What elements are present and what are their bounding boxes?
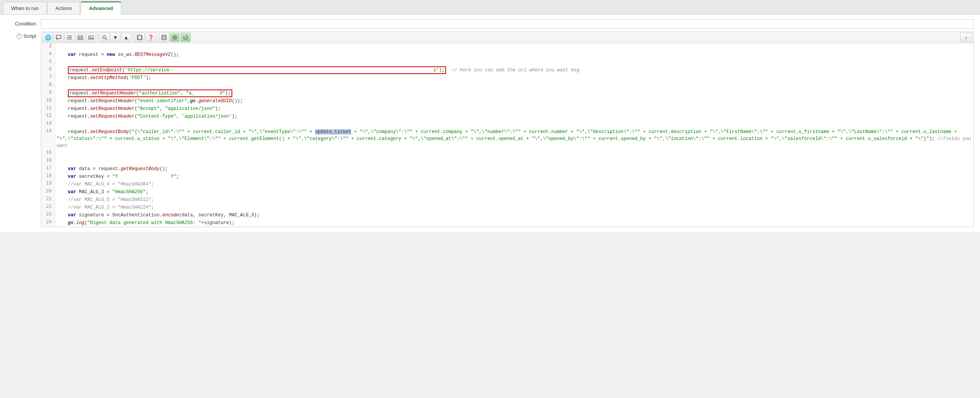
condition-row: Condition	[6, 19, 974, 29]
code-line-15: 15	[41, 150, 973, 157]
svg-point-14	[90, 36, 90, 37]
help-icon[interactable]: ?	[17, 34, 22, 39]
code-line-22: 22 //var MAC_ALG_2 = "HmacSHA224";	[41, 204, 973, 211]
toolbar-save-btn[interactable]	[159, 33, 169, 42]
code-line-3: 3	[41, 43, 973, 51]
code-line-13: 13	[41, 120, 973, 128]
code-line-9: 9 request.setRequestHeader("authorizatio…	[41, 89, 973, 97]
toolbar-list-btn[interactable]	[64, 33, 74, 42]
script-label: ? Script	[6, 32, 41, 39]
code-line-19: 19 //var MAC_ALG_4 = "HmacSHA384";	[41, 180, 973, 188]
svg-rect-5	[67, 35, 68, 36]
svg-marker-26	[184, 36, 185, 38]
script-row: ? Script 🌐	[6, 32, 974, 227]
toolbar-frame-btn[interactable]	[135, 33, 145, 42]
tab-when-to-run[interactable]: When to run	[3, 2, 47, 14]
svg-rect-0	[56, 35, 61, 39]
toolbar-image-btn[interactable]	[86, 33, 96, 42]
code-line-4: 4 var request = new sn_ws.RESTMessageV2(…	[41, 51, 973, 59]
code-line-12: 12 request.setRequestHeader("Content-Typ…	[41, 113, 973, 120]
condition-label: Condition	[6, 19, 41, 27]
code-line-11: 11 request.setRequestHeader("Accept", "a…	[41, 105, 973, 113]
toolbar-search-btn[interactable]	[100, 33, 110, 42]
svg-line-16	[105, 38, 107, 40]
code-line-6: 6 request.setEndpoint('https://service- …	[41, 66, 973, 74]
editor-toolbar: 🌐	[41, 32, 973, 43]
code-line-7: 7 request.setHttpMethod('POST');	[41, 74, 973, 82]
toolbar-expand-btn[interactable]: ›	[960, 33, 972, 42]
toolbar-upload-btn[interactable]: ▲	[121, 33, 131, 42]
code-line-16: 16	[41, 157, 973, 165]
code-line-18: 18 var secretKey = "Y Y";	[41, 173, 973, 180]
toolbar-green-settings-btn[interactable]	[170, 33, 180, 42]
toolbar-comment-btn[interactable]	[54, 33, 64, 42]
code-line-10: 10 request.setRequestHeader("event-ident…	[41, 97, 973, 105]
svg-rect-22	[162, 38, 166, 40]
code-lines: 3 4 var request = new sn_ws.RESTMessageV…	[41, 43, 973, 227]
toolbar-right: ›	[960, 33, 972, 42]
toolbar-sep-1	[98, 34, 98, 41]
toolbar-dropdown-btn[interactable]: ▼	[110, 33, 120, 42]
svg-point-15	[103, 35, 106, 39]
editor-wrapper: 🌐	[41, 32, 974, 227]
editor-outer: 🌐	[41, 32, 974, 227]
svg-rect-7	[67, 39, 68, 39]
code-line-14: 14 request.setRequestBody("{\"caller_id\…	[41, 128, 973, 150]
svg-point-25	[174, 37, 176, 38]
code-line-5: 5	[41, 59, 973, 66]
toolbar-refresh-btn[interactable]	[181, 33, 191, 42]
code-line-8: 8	[41, 82, 973, 89]
tab-advanced[interactable]: Advanced	[81, 2, 121, 15]
condition-input[interactable]	[41, 19, 974, 29]
svg-rect-8	[78, 35, 83, 40]
svg-rect-21	[162, 35, 166, 37]
svg-rect-6	[67, 37, 68, 38]
code-line-17: 17 var data = request.getRequestBody();	[41, 165, 973, 173]
code-line-24: 24 gs.log("Digest data generated with Hm…	[41, 219, 973, 227]
tab-content: Condition ? Script 🌐	[0, 15, 980, 232]
toolbar-globe-btn[interactable]: 🌐	[43, 33, 53, 42]
code-line-20: 20 var MAC_ALG_3 = "HmacSHA256";	[41, 188, 973, 196]
toolbar-sep-2	[133, 34, 133, 41]
toolbar-table-btn[interactable]	[75, 33, 85, 42]
tab-bar: When to run Actions Advanced	[0, 0, 980, 15]
tab-actions[interactable]: Actions	[47, 2, 80, 14]
code-line-23: 23 var signature = SncAuthentication.enc…	[41, 211, 973, 219]
main-container: When to run Actions Advanced Condition ?…	[0, 0, 980, 398]
code-editor[interactable]: 3 4 var request = new sn_ws.RESTMessageV…	[41, 43, 973, 227]
code-line-21: 21 //var MAC_ALG_5 = "HmacSHA512";	[41, 196, 973, 204]
toolbar-sep-3	[157, 34, 157, 41]
toolbar-help-btn[interactable]: ❓	[145, 33, 155, 42]
